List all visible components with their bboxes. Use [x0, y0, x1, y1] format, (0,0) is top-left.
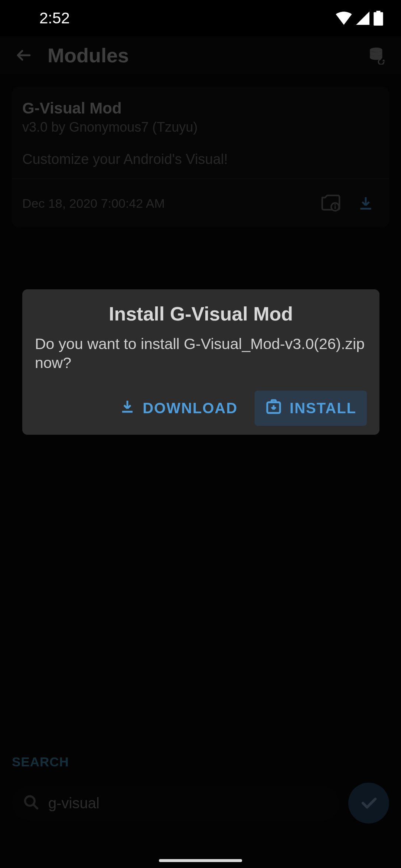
cell-signal-icon — [356, 11, 370, 25]
status-time: 2:52 — [39, 9, 70, 27]
battery-icon — [374, 11, 383, 26]
install-button[interactable]: INSTALL — [255, 391, 367, 426]
status-icons — [336, 11, 383, 26]
page-content: Modules G-Visual Mod v3.0 by Gnonymous7 … — [0, 36, 401, 868]
download-button-label: DOWNLOAD — [143, 400, 238, 417]
dialog-body: Do you want to install G-Visual_Mod-v3.0… — [35, 335, 367, 373]
wifi-icon — [336, 11, 352, 25]
status-bar: 2:52 — [0, 0, 401, 36]
home-indicator[interactable] — [159, 859, 242, 862]
download-button[interactable]: DOWNLOAD — [109, 391, 248, 426]
dialog-scrim[interactable] — [0, 36, 401, 868]
install-dialog: Install G-Visual Mod Do you want to inst… — [22, 289, 379, 435]
dialog-actions: DOWNLOAD INSTALL — [35, 391, 367, 426]
install-icon — [265, 398, 282, 418]
dialog-title: Install G-Visual Mod — [35, 303, 367, 325]
install-button-label: INSTALL — [290, 400, 356, 417]
download-icon — [120, 399, 135, 418]
